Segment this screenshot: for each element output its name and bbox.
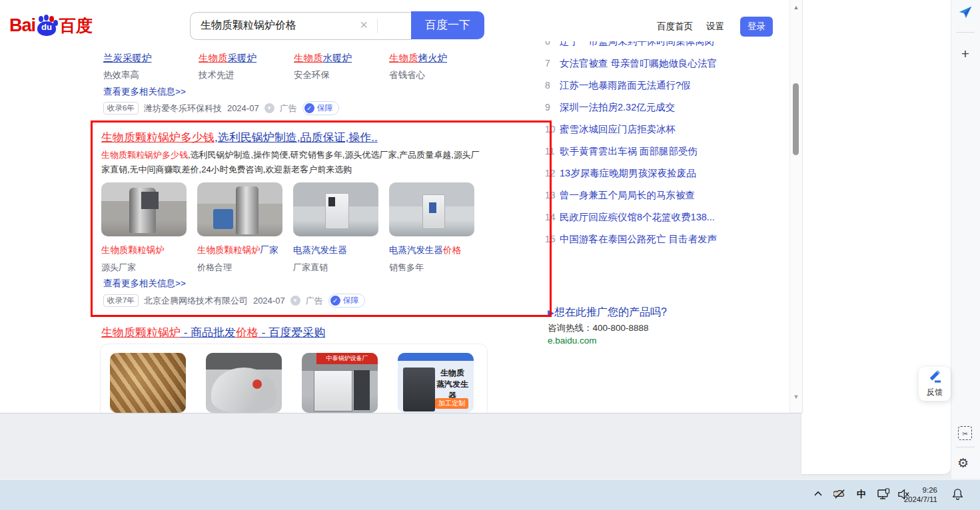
hopper-shape	[141, 192, 159, 209]
guarantee-badge[interactable]: ✓ 保障	[302, 101, 339, 115]
feeder-shape	[213, 209, 233, 229]
search-header: Bai du 百度 生物质颗粒锅炉价格 × 百度一下 百度首页 设置 登录	[0, 0, 789, 41]
sitelink-sub: 省钱省心	[389, 69, 447, 81]
banner-strip	[398, 353, 474, 361]
sitelink-sub: 技术先进	[199, 69, 256, 81]
rail-divider	[956, 447, 975, 447]
ad-label: 广告	[306, 295, 323, 307]
indexed-years-tag: 收录7年	[103, 294, 139, 307]
nav-baidu-home[interactable]: 百度首页	[657, 21, 693, 33]
ad2-card-1[interactable]: 生物质颗粒锅炉 源头厂家	[101, 244, 165, 274]
hot-item-13[interactable]: 13曾一身兼五个局局长的马东被查	[545, 189, 695, 202]
advertiser-name: 北京企腾网络技术有限公司	[144, 295, 248, 307]
viewport-bottom-edge	[0, 413, 802, 413]
machine-shape	[314, 370, 352, 411]
hot-item-8[interactable]: 8江苏一地暴雨路面无法通行?假	[545, 79, 691, 92]
hot-item-7[interactable]: 7女法官被查 母亲曾叮嘱她做良心法官	[545, 57, 717, 70]
scroll-down-arrow[interactable]: ▼	[792, 393, 800, 401]
result3-thumbnail-product[interactable]: 生物质 蒸汽发生器 加工定制	[398, 353, 474, 413]
ad2-card-2[interactable]: 生物质颗粒锅炉厂家 价格合理	[197, 244, 278, 274]
ad2-thumbnail-3[interactable]	[293, 182, 378, 236]
search-query-text: 生物质颗粒锅炉价格	[201, 19, 296, 33]
hot-item-12[interactable]: 1213岁尿毒症晚期男孩深夜捡废品	[545, 167, 696, 180]
ad1-sitelink-1[interactable]: 兰炭采暖炉 热效率高	[103, 52, 152, 81]
sitelink-sub: 热效率高	[103, 69, 152, 81]
panel-shape	[429, 202, 436, 213]
tray-time: 9:26	[903, 485, 937, 495]
result3-title-link[interactable]: 生物质颗粒锅炉 - 商品批发价格 - 百度爱采购	[101, 325, 325, 340]
ad-feedback-chevron-icon[interactable]: ▾	[264, 103, 274, 113]
feedback-button[interactable]: 反馈	[919, 367, 951, 401]
notifications-bell-icon[interactable]	[951, 488, 964, 503]
check-icon: ✓	[304, 103, 314, 113]
ad-feedback-chevron-icon[interactable]: ▾	[290, 296, 300, 306]
hot-item-15[interactable]: 15中国游客在泰国公路死亡 目击者发声	[545, 233, 717, 246]
ad2-more-link[interactable]: 查看更多相关信息>>	[103, 278, 186, 290]
hot-item-9[interactable]: 9深圳一法拍房2.32亿元成交	[545, 101, 675, 114]
ad-date: 2024-07	[253, 296, 285, 306]
hot-item-11[interactable]: 11歌手黄霄雲出车祸 面部腿部受伤	[545, 145, 698, 158]
rail-divider	[956, 32, 975, 33]
promo-hotline: 咨询热线：400-800-8888	[548, 322, 649, 334]
network-ethernet-icon[interactable]	[877, 488, 890, 504]
ad-date: 2024-07	[227, 103, 259, 113]
scrollbar-thumb[interactable]	[793, 83, 799, 155]
hot-item-14[interactable]: 14民政厅回应殡仪馆8个花篮收费138...	[545, 211, 715, 224]
onedrive-paused-cloud-icon[interactable]	[833, 488, 846, 503]
tray-chevron-up-icon[interactable]	[813, 489, 823, 502]
result3-thumbnail-factory[interactable]: 中泰锅炉设备厂	[302, 353, 378, 413]
screenshot-snip-icon[interactable]: ✂	[958, 426, 972, 440]
hot-item-10[interactable]: 10蜜雪冰城回应门店拒卖冰杯	[545, 123, 676, 136]
ad2-description: 生物质颗粒锅炉多少钱,选利民锅炉制造,操作简便,研究销售多年,源头优选厂家,产品…	[101, 148, 480, 177]
machine-shape-dark	[354, 370, 370, 410]
ad2-title-link[interactable]: 生物质颗粒锅炉多少钱,选利民锅炉制造,品质保证,操作..	[101, 130, 378, 145]
page-scrollbar[interactable]: ▲ ▼	[789, 0, 803, 413]
logo-mark	[252, 380, 262, 389]
panel-shape	[328, 197, 335, 206]
ad-label: 广告	[280, 103, 297, 115]
banner-label: 中泰锅炉设备厂	[316, 353, 378, 364]
result3-thumbnail-boiler[interactable]	[206, 353, 282, 413]
ad1-more-link[interactable]: 查看更多相关信息>>	[103, 86, 186, 98]
result3-thumbnail-pellets[interactable]	[110, 353, 186, 413]
machine-shape	[403, 368, 435, 411]
ad1-sitelink-4[interactable]: 生物质烤火炉 省钱省心	[389, 52, 447, 81]
search-button[interactable]: 百度一下	[411, 11, 484, 39]
baidu-paw-icon: du	[36, 16, 57, 36]
card-sub: 价格合理	[197, 262, 278, 274]
ad2-thumbnail-2[interactable]	[197, 182, 282, 236]
ad1-sitelink-2[interactable]: 生物质采暖炉 技术先进	[199, 52, 256, 81]
custom-tag: 加工定制	[435, 398, 468, 409]
baidu-logo[interactable]: Bai du 百度	[9, 15, 93, 37]
clear-search-icon[interactable]: ×	[355, 16, 372, 33]
ad2-card-3[interactable]: 电蒸汽发生器 厂家直销	[293, 244, 347, 274]
search-divider	[377, 19, 378, 33]
ad2-meta: 收录7年 北京企腾网络技术有限公司 2024-07 ▾ 广告 ✓ 保障	[103, 294, 365, 308]
scroll-up-arrow[interactable]: ▲	[792, 3, 800, 11]
browser-empty-pane	[801, 0, 951, 474]
cylinder-shape	[211, 368, 276, 413]
tray-date: 2024/7/11	[903, 495, 937, 504]
tray-clock[interactable]: 9:26 2024/7/11	[903, 485, 937, 504]
guarantee-badge[interactable]: ✓ 保障	[328, 294, 365, 308]
ad1-sitelink-3[interactable]: 生物质水暖炉 安全环保	[294, 52, 352, 81]
edge-sidebar-rail	[951, 0, 980, 479]
indexed-years-tag: 收录6年	[103, 102, 139, 115]
ad2-thumbnail-1[interactable]	[101, 182, 187, 236]
card-sub: 厂家直销	[293, 262, 347, 274]
add-sidebar-item-icon[interactable]: +	[958, 47, 973, 61]
promo-url[interactable]: e.baidu.com	[548, 336, 597, 346]
login-button[interactable]: 登录	[740, 17, 773, 37]
ad2-thumbnail-4[interactable]	[389, 182, 474, 236]
settings-gear-icon[interactable]: ⚙	[957, 455, 969, 471]
paper-plane-icon[interactable]	[958, 5, 973, 20]
ad1-meta: 收录6年 潍坊爱冬乐环保科技 2024-07 ▾ 广告 ✓ 保障	[103, 101, 339, 115]
ime-language-indicator[interactable]: 中	[857, 489, 866, 501]
card-sub: 销售多年	[389, 262, 461, 274]
ad2-card-4[interactable]: 电蒸汽发生器价格 销售多年	[389, 244, 461, 274]
pellet-texture	[110, 353, 186, 413]
pencil-icon	[927, 370, 942, 383]
nav-settings[interactable]: 设置	[706, 21, 724, 33]
sitelink-sub: 安全环保	[294, 69, 352, 81]
promo-link[interactable]: ▶想在此推广您的产品吗?	[548, 306, 667, 320]
